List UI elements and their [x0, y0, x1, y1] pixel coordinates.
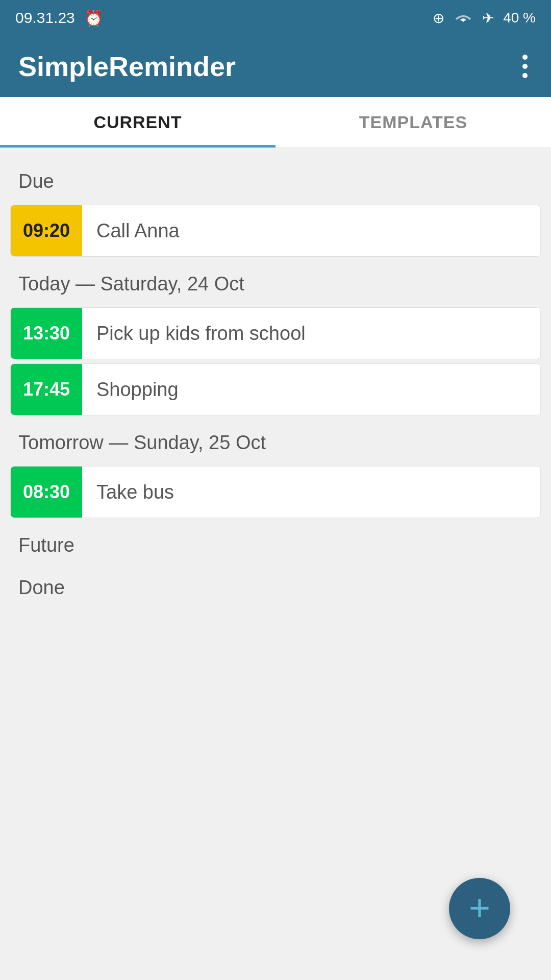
airplane-icon: ✈: [482, 10, 494, 27]
reminder-text: Shopping: [82, 369, 193, 411]
section-header: Future: [0, 522, 551, 565]
add-circle-icon: ⊕: [433, 10, 444, 27]
app-title: SimpleReminder: [18, 51, 236, 82]
battery-level: 40 %: [503, 10, 536, 26]
tab-bar: CURRENT TEMPLATES: [0, 97, 551, 148]
wifi-icon: [454, 11, 473, 25]
time-badge: 08:30: [11, 467, 82, 518]
reminder-card[interactable]: 08:30Take bus: [10, 466, 541, 518]
section-header: Done: [0, 565, 551, 607]
reminder-card[interactable]: 09:20Call Anna: [10, 205, 541, 257]
time-badge: 13:30: [11, 308, 82, 359]
alarm-icon: ⏰: [84, 9, 103, 27]
time-badge: 09:20: [11, 205, 82, 256]
more-menu-button[interactable]: [517, 50, 533, 83]
time-badge: 17:45: [11, 364, 82, 415]
reminder-text: Call Anna: [82, 210, 194, 252]
add-reminder-button[interactable]: +: [449, 878, 510, 939]
add-icon: +: [469, 889, 490, 926]
section-header: Today — Saturday, 24 Oct: [0, 261, 551, 303]
status-time: 09.31.23: [15, 9, 75, 27]
tab-current[interactable]: CURRENT: [0, 97, 276, 148]
section-header: Due: [0, 158, 551, 201]
tab-templates[interactable]: TEMPLATES: [276, 97, 551, 148]
section-header: Tomorrow — Sunday, 25 Oct: [0, 420, 551, 462]
reminder-text: Pick up kids from school: [82, 312, 320, 355]
reminder-text: Take bus: [82, 471, 188, 513]
app-bar: SimpleReminder: [0, 36, 551, 97]
reminder-card[interactable]: 13:30Pick up kids from school: [10, 307, 541, 359]
status-bar: 09.31.23 ⏰ ⊕ ✈ 40 %: [0, 0, 551, 36]
reminder-card[interactable]: 17:45Shopping: [10, 363, 541, 415]
content-area: Due09:20Call AnnaToday — Saturday, 24 Oc…: [0, 148, 551, 929]
